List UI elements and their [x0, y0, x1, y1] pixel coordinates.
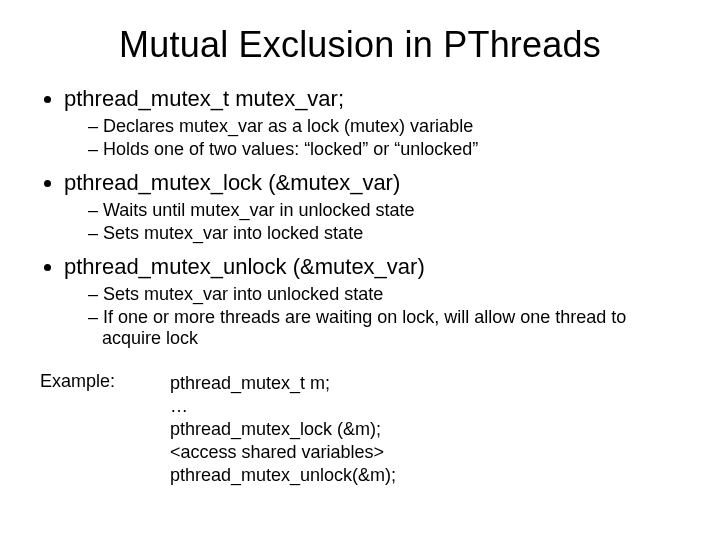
slide: Mutual Exclusion in PThreads pthread_mut…: [0, 0, 720, 540]
example-label: Example:: [40, 371, 170, 488]
bullet-item: pthread_mutex_lock (&mutex_var) Waits un…: [64, 170, 680, 244]
sub-bullet-item: Holds one of two values: “locked” or “un…: [88, 139, 680, 160]
bullet-text: pthread_mutex_unlock (&mutex_var): [64, 254, 425, 279]
code-line: pthread_mutex_unlock(&m);: [170, 465, 680, 486]
sub-bullet-list: Sets mutex_var into unlocked state If on…: [88, 284, 680, 349]
sub-bullet-item: If one or more threads are waiting on lo…: [88, 307, 680, 349]
sub-bullet-item: Waits until mutex_var in unlocked state: [88, 200, 680, 221]
code-line: pthread_mutex_t m;: [170, 373, 680, 394]
example-block: Example: pthread_mutex_t m; … pthread_mu…: [40, 371, 680, 488]
sub-bullet-list: Waits until mutex_var in unlocked state …: [88, 200, 680, 244]
sub-bullet-item: Sets mutex_var into locked state: [88, 223, 680, 244]
code-line: pthread_mutex_lock (&m);: [170, 419, 680, 440]
sub-bullet-list: Declares mutex_var as a lock (mutex) var…: [88, 116, 680, 160]
bullet-item: pthread_mutex_unlock (&mutex_var) Sets m…: [64, 254, 680, 349]
bullet-list: pthread_mutex_t mutex_var; Declares mute…: [64, 86, 680, 349]
bullet-text: pthread_mutex_t mutex_var;: [64, 86, 344, 111]
sub-bullet-item: Sets mutex_var into unlocked state: [88, 284, 680, 305]
example-code: pthread_mutex_t m; … pthread_mutex_lock …: [170, 371, 680, 488]
bullet-item: pthread_mutex_t mutex_var; Declares mute…: [64, 86, 680, 160]
bullet-text: pthread_mutex_lock (&mutex_var): [64, 170, 400, 195]
code-line: <access shared variables>: [170, 442, 680, 463]
slide-title: Mutual Exclusion in PThreads: [40, 24, 680, 66]
code-line: …: [170, 396, 680, 417]
sub-bullet-item: Declares mutex_var as a lock (mutex) var…: [88, 116, 680, 137]
